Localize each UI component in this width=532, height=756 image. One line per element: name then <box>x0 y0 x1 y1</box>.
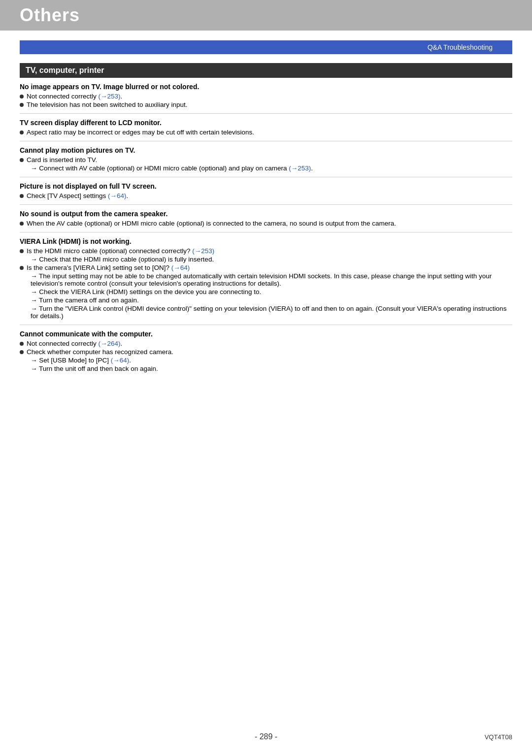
sub-6-4: → Turn the camera off and on again. <box>20 296 512 304</box>
topic-title-1: No image appears on TV. Image blurred or… <box>20 83 512 91</box>
sub-7-2: → Turn the unit off and then back on aga… <box>20 365 512 372</box>
bullet-4-1: Check [TV Aspect] settings (→64). <box>20 192 512 199</box>
bullet-icon <box>20 266 24 270</box>
topic-title-4: Picture is not displayed on full TV scre… <box>20 182 512 190</box>
link-253-1[interactable]: (→253) <box>99 93 121 100</box>
sub-3-1: → Connect with AV cable (optional) or HD… <box>20 164 512 172</box>
topic-full-screen: Picture is not displayed on full TV scre… <box>20 177 512 205</box>
topic-no-sound: No sound is output from the camera speak… <box>20 205 512 232</box>
link-64-2[interactable]: (→64) <box>171 264 190 271</box>
bullet-5-1: When the AV cable (optional) or HDMI mic… <box>20 220 512 227</box>
qa-bar: Q&A Troubleshooting <box>20 40 512 54</box>
topic-tv-screen: TV screen display different to LCD monit… <box>20 114 512 141</box>
topic-title-7: Cannot communicate with the computer. <box>20 330 512 338</box>
sub-6-3: → Check the VIERA Link (HDMI) settings o… <box>20 288 512 296</box>
topic-viera-link: VIERA Link (HDMI) is not working. Is the… <box>20 232 512 325</box>
bullet-icon <box>20 350 24 354</box>
qa-label: Q&A Troubleshooting <box>428 43 493 51</box>
sub-6-1: → Check that the HDMI micro cable (optio… <box>20 256 512 263</box>
sub-7-1: → Set [USB Mode] to [PC] (→64). <box>20 357 512 364</box>
topic-computer: Cannot communicate with the computer. No… <box>20 325 512 377</box>
link-64-3[interactable]: (→64) <box>111 357 130 364</box>
page-number: - 289 - <box>255 732 277 741</box>
bullet-icon <box>20 95 24 99</box>
sub-6-5: → Turn the "VIERA Link control (HDMI dev… <box>20 305 512 320</box>
section-title: TV, computer, printer <box>26 66 104 74</box>
page-header: Others <box>0 0 532 31</box>
bullet-icon <box>20 249 24 253</box>
link-253-3[interactable]: (→253) <box>192 247 214 255</box>
topic-title-5: No sound is output from the camera speak… <box>20 210 512 218</box>
bullet-3-1: Card is inserted into TV. <box>20 156 512 164</box>
bullet-2-1: Aspect ratio may be incorrect or edges m… <box>20 129 512 136</box>
bullet-icon <box>20 103 24 107</box>
bullet-icon <box>20 131 24 134</box>
bullet-6-1: Is the HDMI micro cable (optional) conne… <box>20 247 512 255</box>
topic-no-image: No image appears on TV. Image blurred or… <box>20 78 512 114</box>
link-264[interactable]: (→264) <box>99 340 121 347</box>
bullet-1-1: Not connected correctly (→253). <box>20 93 512 100</box>
bullet-7-1: Not connected correctly (→264). <box>20 340 512 347</box>
bullet-icon <box>20 342 24 346</box>
bullet-icon <box>20 158 24 162</box>
topic-title-6: VIERA Link (HDMI) is not working. <box>20 237 512 245</box>
link-253-2[interactable]: (→253) <box>289 164 311 172</box>
bullet-6-2: Is the camera's [VIERA Link] setting set… <box>20 264 512 271</box>
bullet-1-2: The television has not been switched to … <box>20 101 512 108</box>
topic-title-3: Cannot play motion pictures on TV. <box>20 146 512 154</box>
topic-title-2: TV screen display different to LCD monit… <box>20 119 512 127</box>
content-area: No image appears on TV. Image blurred or… <box>0 78 532 377</box>
section-header: TV, computer, printer <box>20 63 512 78</box>
bullet-7-2: Check whether computer has recognized ca… <box>20 348 512 356</box>
sub-6-2: → The input setting may not be able to b… <box>20 272 512 287</box>
bullet-icon <box>20 222 24 226</box>
page-title: Others <box>20 5 80 25</box>
bullet-icon <box>20 194 24 198</box>
page-footer: - 289 - VQT4T08 <box>0 732 532 741</box>
topic-motion-pictures: Cannot play motion pictures on TV. Card … <box>20 141 512 177</box>
footer-code: VQT4T08 <box>485 733 512 741</box>
link-64-1[interactable]: (→64) <box>108 192 127 199</box>
